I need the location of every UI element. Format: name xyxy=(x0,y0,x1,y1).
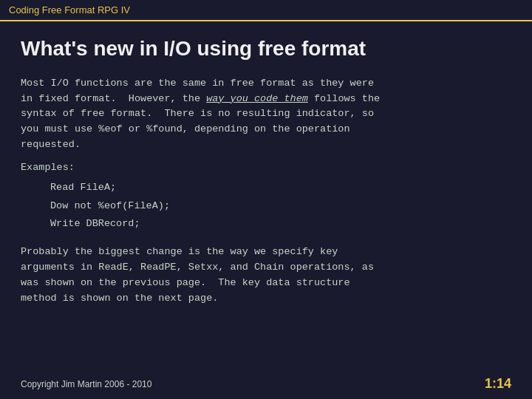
page-title: What's new in I/O using free format xyxy=(21,36,511,61)
main-content: What's new in I/O using free format Most… xyxy=(0,21,532,321)
code-line-3: Write DBRecord; xyxy=(50,215,511,233)
top-bar: Coding Free Format RPG IV xyxy=(0,0,532,21)
paragraph-1: Most I/O functions are the same in free … xyxy=(21,76,511,154)
underline-italic-text: way you code them xyxy=(206,93,308,104)
code-line-2: Dow not %eof(FileA); xyxy=(50,197,511,215)
code-block: Read FileA; Dow not %eof(FileA); Write D… xyxy=(21,179,511,233)
top-bar-title: Coding Free Format RPG IV xyxy=(9,4,130,16)
slide-number: 1:14 xyxy=(485,376,511,392)
copyright-text: Copyright Jim Martin 2006 - 2010 xyxy=(21,379,151,389)
code-line-1: Read FileA; xyxy=(50,179,511,197)
footer: Copyright Jim Martin 2006 - 2010 1:14 xyxy=(21,376,511,392)
examples-label: Examples: xyxy=(21,162,511,173)
paragraph-2: Probably the biggest change is the way w… xyxy=(21,245,511,307)
